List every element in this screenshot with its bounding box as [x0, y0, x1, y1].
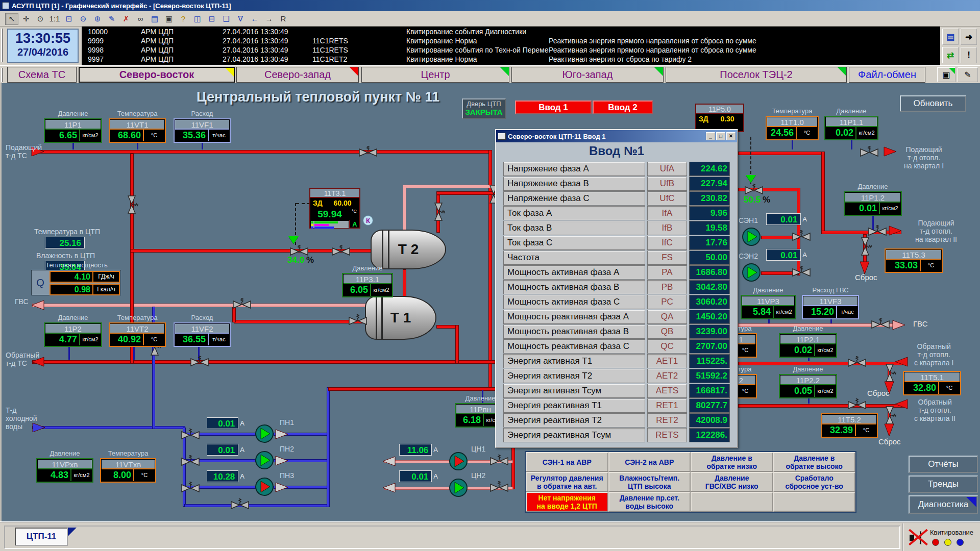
sensor-box[interactable]: 11T5.2 32.39 °C [821, 413, 878, 438]
valve-icon[interactable] [490, 455, 508, 468]
input-1-button[interactable]: Ввод 1 [515, 101, 592, 114]
dialog-title-bar[interactable]: Северо-восток ЦТП-11 Ввод 1 _ □ ✕ [496, 130, 737, 142]
dialog-close-button[interactable]: ✕ [726, 132, 736, 140]
alarm-cell[interactable] [773, 492, 856, 512]
reports-button[interactable]: Отчёты [909, 456, 978, 473]
sensor-box[interactable]: Расход 11VF1 35.36 т/час [174, 118, 231, 143]
sensor-box[interactable]: Температура 11VT2 40.92 °C [109, 322, 166, 347]
input-2-button[interactable]: Ввод 2 [593, 101, 653, 114]
zoom-region[interactable]: ⊡ [62, 13, 76, 25]
valve-icon[interactable] [231, 498, 249, 512]
alarm-cell[interactable]: Сработало сбросное уст-во [773, 472, 856, 492]
sensor-box[interactable]: Расход ГВС 11VF3 15.20 т/час [802, 295, 859, 319]
valve-icon[interactable] [871, 318, 890, 331]
alarm-cell[interactable]: СЭН-1 на АВР [526, 452, 608, 472]
alarm-cell[interactable]: Влажность/темп. ЦТП высока [608, 472, 691, 492]
pump-pn3[interactable] [254, 477, 275, 497]
dialog-minimize-button[interactable]: _ [706, 132, 715, 140]
sensor-box[interactable]: Температура 11VT1 68.60 °C [109, 118, 166, 143]
valve-icon[interactable] [190, 356, 209, 369]
zoom-in[interactable]: ⊕ [91, 13, 104, 25]
valve-icon[interactable] [233, 298, 251, 311]
valve-icon[interactable] [848, 398, 866, 412]
ack-dot-yellow[interactable] [944, 539, 951, 546]
valve-icon[interactable] [432, 203, 445, 221]
find[interactable]: ∞ [134, 13, 147, 25]
pump-sen2[interactable] [741, 262, 762, 283]
sound-muted-icon[interactable] [908, 528, 928, 548]
pan[interactable]: ✛ [19, 13, 33, 25]
valve-icon[interactable] [860, 146, 878, 159]
tile-horizontal[interactable]: ⊟ [205, 13, 218, 25]
valve-icon[interactable] [181, 429, 200, 442]
screens[interactable]: ▣ [937, 67, 955, 82]
sensor-box[interactable]: Температура 11T1.0 24.56 °C [766, 116, 819, 140]
alarm-cell[interactable]: Регулятор давления в обратке на авт. [526, 472, 608, 492]
sensor-box[interactable]: 11T5.3 33.03 °C [885, 248, 943, 273]
valve-icon[interactable] [848, 356, 866, 369]
zoom-100[interactable]: 1:1 [48, 13, 61, 25]
zoom[interactable]: ⊙ [34, 13, 47, 25]
forward[interactable]: → [262, 13, 276, 25]
sensor-box[interactable]: Давление 11P2 4.77 кг/см2 [44, 322, 102, 347]
heat-power-block[interactable]: Q 4.10ГДж/ч 0.98Гкал/ч [31, 270, 121, 295]
exit[interactable]: ➜ [961, 29, 977, 45]
dialog-maximize-button[interactable]: □ [716, 132, 725, 140]
alarm-cell[interactable]: Давление ГВС/ХВС низко [691, 472, 773, 492]
event-log-row[interactable]: 9998АРМ ЦДП27.04.2016 13:30:4911C1RETSКв… [88, 46, 940, 55]
sensor-box[interactable]: Давление 11P1.1 0.02 кг/см2 [824, 116, 878, 140]
pump-cn2[interactable] [448, 478, 469, 498]
pump-pn1[interactable] [254, 423, 275, 444]
user-remove[interactable]: ✗ [119, 13, 133, 25]
tile-vertical[interactable]: ◫ [191, 13, 204, 25]
alarm-cell[interactable]: Нет напряжения на вводе 1,2 ЦТП [526, 492, 608, 512]
alarm-list[interactable]: ! [961, 47, 977, 63]
diagnostics-button[interactable]: Диагностика [909, 495, 978, 514]
regulator-11t3-1[interactable]: 11Т3.1 ЗД60.00 59.94°C А [309, 188, 360, 229]
back[interactable]: ← [248, 13, 261, 25]
sensor-box[interactable]: Давление 11P2.2 0.05 кг/см2 [779, 374, 837, 398]
sensor-box[interactable]: Давление 11VP3 5.84 кг/см2 [741, 295, 796, 319]
heat-exchanger-tank[interactable]: Т 2 [371, 230, 446, 269]
journal-archive[interactable]: ▤ [942, 29, 959, 45]
regulator-11p5-0[interactable]: 11P5.0 ЗД0.30 [695, 104, 744, 132]
sensor-box[interactable]: 11T5.1 32.80 °C [903, 371, 961, 395]
help[interactable]: ? [177, 13, 190, 25]
valve-icon[interactable] [181, 455, 200, 468]
status-tab-ctp11[interactable]: ЦТП-11 [15, 528, 68, 546]
alarm-cell[interactable]: Давление в обратке низко [691, 452, 773, 472]
sensor-box[interactable]: Расход 11VF2 36.55 т/час [174, 322, 231, 347]
cascade[interactable]: ❏ [219, 13, 233, 25]
valve-icon[interactable] [868, 225, 887, 238]
user-edit[interactable]: ✎ [105, 13, 118, 25]
valve-icon[interactable] [332, 245, 350, 258]
alarm-cell[interactable] [691, 492, 773, 512]
sensor-box[interactable]: Температура 11VTхв 8.00 °C [100, 458, 156, 483]
ack-dot-blue[interactable] [957, 539, 964, 546]
alarm-cell[interactable]: Давление пр.сет. воды высоко [608, 492, 691, 512]
pump-pn2[interactable] [254, 450, 275, 470]
pump-sen1[interactable] [741, 227, 762, 247]
valve-icon[interactable] [792, 266, 811, 279]
sensor-box[interactable]: Давление 11P1 6.65 кг/см2 [44, 118, 102, 143]
zoom-out[interactable]: ⊖ [77, 13, 90, 25]
select[interactable]: ↖ [5, 13, 18, 25]
valve-icon[interactable] [125, 195, 138, 214]
valve-icon[interactable] [349, 314, 367, 328]
valve-icon[interactable] [490, 481, 508, 494]
event-log-row[interactable]: 9997АРМ ЦДП27.04.2016 13:30:4911C1RET2Кв… [88, 55, 940, 64]
trends-button[interactable]: Тренды [909, 475, 978, 493]
grip-handle[interactable] [1, 29, 3, 62]
sensor-box[interactable]: Давление 11VPхв 4.83 кг/см2 [36, 458, 93, 483]
heat-exchanger-tank[interactable]: Т 1 [365, 296, 436, 340]
valve-icon[interactable] [792, 230, 811, 243]
notes[interactable]: ✎ [958, 67, 978, 82]
sensor-box[interactable]: Давление 11P3.1 6.05 кг/см2 [342, 273, 393, 297]
valve-icon[interactable] [181, 482, 200, 495]
ack-dot-red[interactable] [932, 539, 939, 546]
pump-cn1[interactable] [448, 451, 469, 471]
journal[interactable]: ▤ [148, 13, 161, 25]
alarm-cell[interactable]: Давление в обратке высоко [773, 452, 856, 472]
event-log-row[interactable]: 9999АРМ ЦДП27.04.2016 13:30:4911C1RETSКв… [88, 37, 940, 46]
event-log-row[interactable]: 10000АРМ ЦДП27.04.2016 13:30:49Квитирова… [88, 28, 940, 37]
